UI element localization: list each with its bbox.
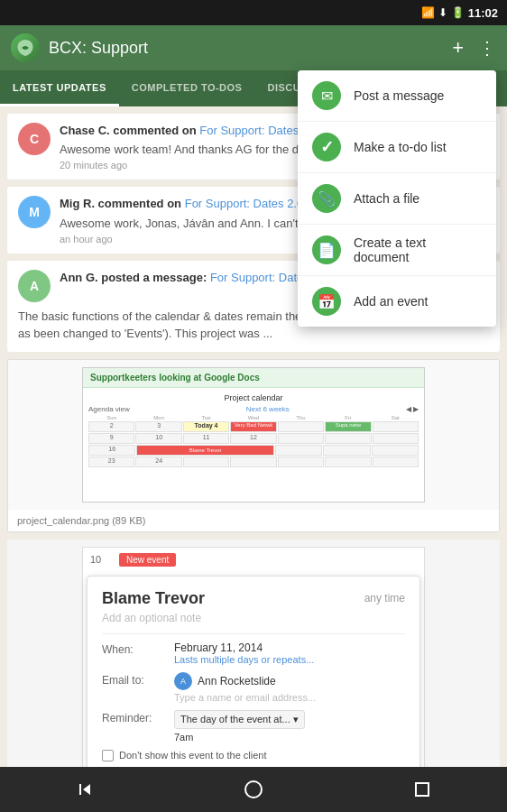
preview-calendar-image: Supportkeeters looking at Google Docs Pr… [82,367,425,503]
attach-file-icon: 📎 [312,184,341,213]
divider-1 [102,633,405,634]
preview-calendar-title: Supportkeeters looking at Google Docs [83,368,424,388]
make-todo-icon: ✓ [312,133,341,161]
home-button[interactable] [231,767,276,812]
bottom-navigation [0,767,507,812]
event-bubble-header: Blame Trevor any time [102,589,405,608]
dont-show-checkbox[interactable] [102,750,114,761]
attachment-project-calendar: Supportkeeters looking at Google Docs Pr… [7,359,500,532]
logo-icon [14,37,36,59]
app-logo [11,33,40,62]
dropdown-post-message[interactable]: ✉ Post a message [298,70,496,122]
home-icon [244,780,263,799]
more-button[interactable]: ⋮ [478,37,496,59]
status-icons: 📶 ⬇ 🔋 11:02 [421,6,498,20]
dont-show-checkbox-row: Don't show this event to the client [102,750,405,761]
avatar-chase: C [18,123,51,155]
add-button[interactable]: + [452,36,464,60]
bluetooth-icon: ⬇ [438,6,447,19]
attachment-preview-inner-1: Supportkeeters looking at Google Docs Pr… [8,360,499,510]
dropdown-make-todo[interactable]: ✓ Make a to-do list [298,122,496,173]
dropdown-menu: ✉ Post a message ✓ Make a to-do list 📎 A… [298,70,496,327]
svg-point-2 [245,781,262,798]
svg-rect-3 [416,783,429,796]
battery-icon: 🔋 [451,6,465,19]
attachment-event-bubble-large: 10 New event Blame Trevor any time Add a… [7,540,500,767]
event-note-placeholder[interactable]: Add an optional note [102,612,405,624]
reminder-time: 7am [174,732,405,743]
avatar-mig: M [18,196,51,228]
event-bubble-dialog: Blame Trevor any time Add an optional no… [87,576,420,767]
preview-calendar-body: Project calendar Agenda view Next 6 week… [83,388,424,473]
recent-icon [412,780,432,799]
email-row: A Ann Rocketslide [174,672,405,690]
event-email-field: Email to: A Ann Rocketslide Type a name … [102,672,405,703]
tab-completed-todos[interactable]: COMPLETED TO-DOS [119,70,255,106]
event-when-field: When: February 11, 2014 Lasts multiple d… [102,641,405,665]
dropdown-text-doc[interactable]: 📄 Create a text document [298,225,496,276]
status-time: 11:02 [468,6,498,20]
email-input-placeholder[interactable]: Type a name or email address... [174,692,405,703]
dropdown-add-event[interactable]: 📅 Add an event [298,276,496,327]
event-bubble-container: 10 New event Blame Trevor any time Add a… [82,547,425,767]
wifi-icon: 📶 [421,6,435,19]
svg-marker-0 [83,784,90,795]
top-bar-actions: + ⋮ [452,36,496,60]
event-reminder-field: Reminder: The day of the event at... ▾ 7… [102,710,405,743]
avatar-ann: A [18,270,51,302]
tab-latest-updates[interactable]: LATEST UPDATES [0,70,119,106]
svg-rect-1 [79,784,81,795]
reminder-select[interactable]: The day of the event at... ▾ [174,710,305,729]
post-message-icon: ✉ [312,81,341,110]
status-bar: 📶 ⬇ 🔋 11:02 [0,0,507,25]
top-bar: BCX: Support + ⋮ [0,25,507,70]
text-doc-icon: 📄 [312,235,341,264]
calendar-grid: Sun Mon Tue Wed Thu Fri Sat 2 3 Tod [88,415,419,467]
add-event-icon: 📅 [312,287,341,316]
dropdown-attach-file[interactable]: 📎 Attach a file [298,173,496,225]
attachment-label-1: project_calendar.png (89 KB) [8,510,499,531]
recent-button[interactable] [400,767,445,812]
app-title: BCX: Support [49,39,452,58]
back-icon [74,779,96,800]
back-button[interactable] [62,767,107,812]
email-avatar: A [174,672,192,690]
